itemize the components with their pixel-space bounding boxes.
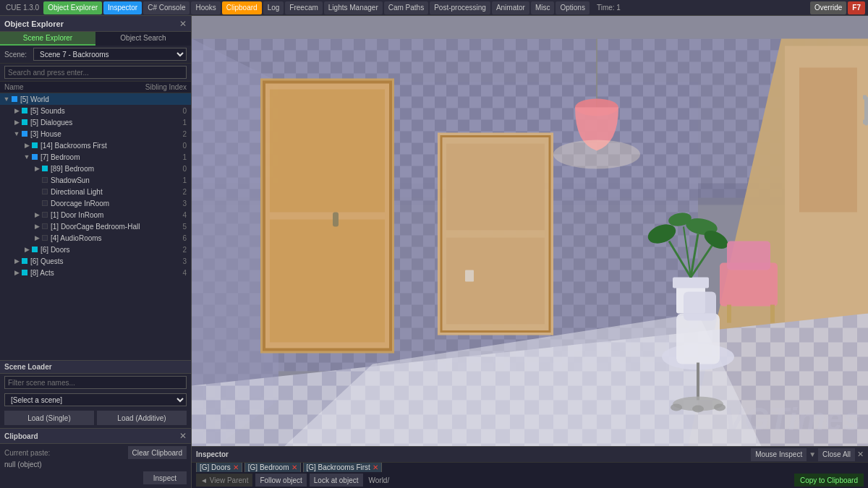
scene-filter-input[interactable] <box>4 376 187 389</box>
tree-arrow-icon: ▼ <box>3 95 10 103</box>
svg-rect-40 <box>727 241 770 270</box>
tab-object-search[interactable]: Object Search <box>95 32 191 46</box>
load-buttons: Load (Single) Load (Additive) <box>0 408 191 428</box>
tree-item-label: [5] World <box>19 95 191 103</box>
svg-rect-24 <box>446 144 545 231</box>
btn-inspector[interactable]: Inspector <box>103 1 142 14</box>
tag-backrooms-x-icon[interactable]: ✕ <box>373 463 378 471</box>
view-parent-btn[interactable]: ◄ View Parent <box>196 474 252 487</box>
follow-object-btn[interactable]: Follow object <box>255 474 306 487</box>
tree-item-num: 2 <box>176 246 191 254</box>
close-clipboard-icon[interactable]: ✕ <box>179 431 187 441</box>
btn-options[interactable]: Options <box>556 1 589 14</box>
object-explorer-title: Object Explorer <box>4 20 64 28</box>
tree-item[interactable]: ▶[1] Door InRoom4 <box>0 209 191 221</box>
tree-item-label: Directional Light <box>49 188 176 196</box>
tag-bedroom[interactable]: [G] Bedroom ✕ <box>244 463 301 472</box>
cue-label: CUE 1.3.0 <box>3 4 42 12</box>
tree-item[interactable]: Doorcage InRoom3 <box>0 197 191 209</box>
scene-svg <box>192 16 868 488</box>
tree-item[interactable]: ▶[5] Dialogues1 <box>0 116 191 128</box>
tree-box-icon <box>22 108 27 114</box>
f7-btn[interactable]: F7 <box>848 1 865 14</box>
btn-freecam[interactable]: Freecam <box>285 1 322 14</box>
load-single-btn[interactable]: Load (Single) <box>4 411 94 425</box>
load-additive-btn[interactable]: Load (Additive) <box>97 411 187 425</box>
clipboard-title: Clipboard <box>4 432 38 440</box>
tree-item[interactable]: ▶[14] Backrooms First0 <box>0 140 191 151</box>
btn-hooks[interactable]: Hooks <box>191 1 220 14</box>
clear-clipboard-btn[interactable]: Clear Clipboard <box>128 446 187 459</box>
inspector-nav: ◄ View Parent Follow object Lock at obje… <box>192 472 868 488</box>
scene-label: Scene: <box>4 51 30 59</box>
tree-item[interactable]: ▶[6] Doors2 <box>0 244 191 255</box>
btn-log[interactable]: Log <box>263 1 284 14</box>
tree-item[interactable]: ▶[89] Bedroom0 <box>0 163 191 174</box>
tree-item[interactable]: ▶[8] Acts4 <box>0 267 191 278</box>
tag-bedroom-x-icon[interactable]: ✕ <box>292 463 297 471</box>
scene-select-row: [Select a scene] <box>0 391 191 408</box>
close-all-btn[interactable]: Close All <box>818 448 855 461</box>
tree-item-label: [1] DoorCage Bedroom-Hall <box>49 223 176 231</box>
btn-animator[interactable]: Animator <box>492 1 529 14</box>
tab-row: Scene Explorer Object Search <box>0 32 191 46</box>
tree-box-icon <box>42 166 48 171</box>
tree-item-label: [6] Doors <box>39 246 176 254</box>
tag-doors[interactable]: [G] Doors ✕ <box>196 463 242 472</box>
scene-select2[interactable]: [Select a scene] <box>4 393 187 406</box>
scene-select[interactable]: Scene 7 - Backrooms <box>33 48 187 61</box>
tag-backrooms-label: [G] Backrooms First <box>307 463 370 471</box>
tree-item[interactable]: ▶[6] Quests3 <box>0 255 191 267</box>
btn-misc[interactable]: Misc <box>531 1 555 14</box>
viewport[interactable]: VGTimes Inspector Mouse Inspect ▼ Close … <box>192 16 868 488</box>
copy-to-clipboard-btn[interactable]: Copy to Clipboard <box>794 474 864 487</box>
tree-item-label: [1] Door InRoom <box>49 211 176 219</box>
tree-item[interactable]: ▼[5] World <box>0 93 191 105</box>
tree-item[interactable]: Directional Light2 <box>0 186 191 197</box>
svg-rect-13 <box>799 68 857 213</box>
top-bar: CUE 1.3.0 Object Explorer Inspector C# C… <box>0 0 868 16</box>
svg-point-50 <box>692 406 704 413</box>
mouse-inspect-btn[interactable]: Mouse Inspect <box>751 448 807 461</box>
btn-lights-manager[interactable]: Lights Manager <box>324 1 383 14</box>
scene-filter-row <box>0 374 191 391</box>
btn-object-explorer[interactable]: Object Explorer <box>43 1 102 14</box>
inspector-actions: Mouse Inspect ▼ Close All ✕ <box>751 448 864 461</box>
inspector-tags: [G] Doors ✕ [G] Bedroom ✕ [G] Backrooms … <box>192 463 868 472</box>
tag-doors-x-icon[interactable]: ✕ <box>233 463 239 471</box>
tree-item[interactable]: ▶[4] AudioRooms6 <box>0 232 191 244</box>
btn-cs-console[interactable]: C# Console <box>143 1 190 14</box>
tree-arrow-icon: ▶ <box>23 246 30 253</box>
tree-item-num: 0 <box>176 107 191 115</box>
tree-item[interactable]: ▼[3] House2 <box>0 128 191 140</box>
close-object-explorer-icon[interactable]: ✕ <box>179 19 187 29</box>
tree-item[interactable]: ▼[7] Bedroom1 <box>0 151 191 163</box>
tree-item-num: 1 <box>176 153 191 161</box>
btn-post-processing[interactable]: Post-processing <box>430 1 490 14</box>
search-input[interactable] <box>4 66 187 79</box>
lock-at-object-btn[interactable]: Lock at object <box>310 474 363 487</box>
svg-rect-45 <box>684 292 716 321</box>
tree-item-label: Doorcage InRoom <box>49 200 176 207</box>
tab-scene-explorer[interactable]: Scene Explorer <box>0 32 95 46</box>
tree-item-label: [6] Quests <box>29 257 176 265</box>
svg-rect-25 <box>446 238 545 325</box>
tree-item[interactable]: ▶[1] DoorCage Bedroom-Hall5 <box>0 221 191 232</box>
tree-arrow-icon: ▶ <box>13 107 20 114</box>
tree-item[interactable]: ShadowSun1 <box>0 174 191 186</box>
clipboard-row: Current paste: Clear Clipboard <box>4 446 187 459</box>
tag-backrooms-first[interactable]: [G] Backrooms First ✕ <box>303 463 382 472</box>
svg-point-49 <box>714 404 726 411</box>
svg-rect-42 <box>770 305 775 323</box>
tree-arrow-icon: ▶ <box>23 142 30 149</box>
search-box <box>0 64 191 82</box>
btn-cam-paths[interactable]: Cam Paths <box>384 1 428 14</box>
tree-header: Name Sibling Index <box>0 82 191 93</box>
tree-box-icon <box>12 96 17 102</box>
tree-box-icon <box>32 142 38 148</box>
inspect-btn[interactable]: Inspect <box>143 471 187 484</box>
override-btn[interactable]: Override <box>810 1 846 14</box>
tree-item[interactable]: ▶[5] Sounds0 <box>0 105 191 116</box>
btn-clipboard[interactable]: Clipboard <box>222 1 262 14</box>
close-inspector-icon[interactable]: ✕ <box>857 450 864 459</box>
